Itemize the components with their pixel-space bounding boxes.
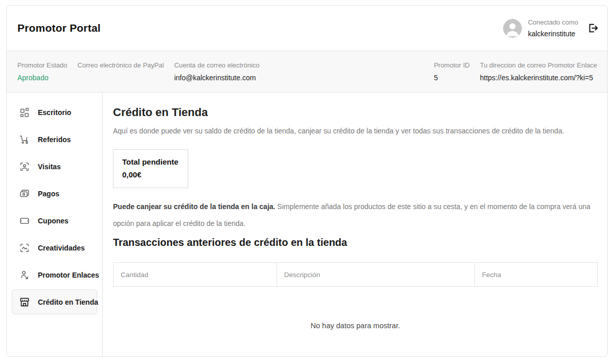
status-badge: Aprobado (17, 74, 67, 82)
pending-total-amount: 0,00€ (122, 170, 178, 179)
section-heading: Crédito en Tienda (113, 106, 598, 119)
stat-promotor-link: Tu direccion de correo Promotor Enlace h… (480, 61, 597, 82)
svg-text:$: $ (26, 140, 28, 145)
connected-user: Conectado como kalckerinstitute (528, 18, 578, 38)
redeem-note-bold: Puede canjear su crédito de la tienda en… (113, 202, 275, 211)
image-icon (19, 242, 30, 254)
payments-icon (19, 188, 30, 199)
pending-total-card: Total pendiente 0,00€ (113, 149, 188, 188)
stat-promotor-estado: Promotor Estado Aprobado (17, 61, 67, 82)
column-header-cantidad: Cantidad (113, 263, 277, 286)
status-bar: Promotor Estado Aprobado Correo electrón… (7, 51, 607, 93)
sidebar-item-credito-en-tienda[interactable]: Crédito en Tienda (12, 289, 97, 314)
logout-icon[interactable] (587, 22, 599, 34)
stat-promotor-id: Promotor ID 5 (434, 61, 470, 82)
main-content: Crédito en Tienda Aquí es donde puede ve… (103, 93, 607, 356)
sidebar-item-creatividades[interactable]: Creatividades (12, 235, 97, 260)
account-area: Conectado como kalckerinstitute (503, 18, 599, 38)
transactions-table: Cantidad Descripción Fecha No hay datos … (113, 262, 598, 330)
column-header-descripcion: Descripción (277, 263, 475, 286)
column-header-fecha: Fecha (475, 263, 597, 286)
avatar (503, 19, 522, 38)
empty-state-message: No hay datos para mostrar. (113, 322, 598, 330)
stat-account-email: Cuenta de correo electrónico info@kalcke… (174, 61, 260, 82)
stat-paypal-email: Correo electrónico de PayPal (78, 61, 164, 82)
redeem-note: Puede canjear su crédito de la tienda en… (113, 198, 598, 232)
connected-as-label: Conectado como (528, 18, 578, 26)
sidebar-item-pagos[interactable]: Pagos (12, 181, 97, 206)
section-description: Aquí es donde puede ver su saldo de créd… (113, 126, 598, 136)
sidebar-item-escritorio[interactable]: Escritorio (12, 100, 97, 125)
username: kalckerinstitute (528, 30, 578, 38)
sidebar-item-promotor-enlaces[interactable]: Promotor Enlaces (12, 262, 97, 287)
sidebar-item-cupones[interactable]: Cupones (12, 208, 97, 233)
transactions-heading: Transacciones anteriores de crédito en l… (113, 237, 598, 248)
coupon-icon (19, 215, 30, 226)
sidebar: Escritorio $ Referidos (7, 93, 103, 356)
cart-dollar-icon: $ (19, 134, 30, 145)
promotor-link-url[interactable]: https://es.kalckerinstitute.com/?ki=5 (480, 74, 597, 82)
person-link-icon (19, 269, 30, 281)
portal-card: Promotor Portal Conectado como kalckerin… (6, 5, 608, 357)
pending-total-label: Total pendiente (122, 157, 178, 166)
dashboard-icon (19, 107, 30, 118)
sidebar-item-referidos[interactable]: $ Referidos (12, 127, 97, 152)
transactions-table-header: Cantidad Descripción Fecha (113, 262, 598, 287)
person-scan-icon (19, 161, 30, 172)
page-title: Promotor Portal (17, 22, 101, 34)
sidebar-item-visitas[interactable]: Visitas (12, 154, 97, 179)
header: Promotor Portal Conectado como kalckerin… (7, 6, 607, 51)
store-icon (19, 297, 30, 308)
